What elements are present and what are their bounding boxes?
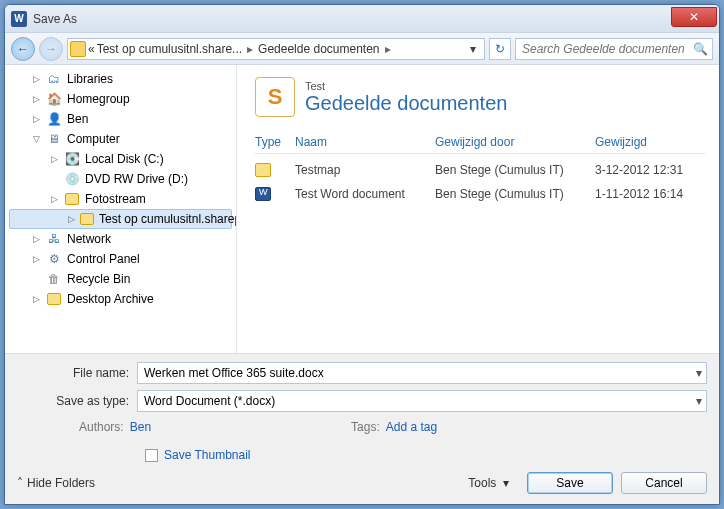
col-gew[interactable]: Gewijzigd [595, 135, 705, 149]
column-headers[interactable]: Type Naam Gewijzigd door Gewijzigd [255, 135, 705, 154]
content-header: S Test Gedeelde documenten [255, 77, 705, 117]
breadcrumb-seg2[interactable]: Gedeelde documenten [258, 42, 379, 56]
col-type[interactable]: Type [255, 135, 295, 149]
filename-row: File name: Werken met Office 365 suite.d… [17, 362, 707, 384]
filename-input[interactable]: Werken met Office 365 suite.docx ▾ [137, 362, 707, 384]
chevron-down-icon[interactable]: ▾ [696, 394, 702, 408]
breadcrumb-seg1[interactable]: Test op cumulusitnl.share... [97, 42, 242, 56]
tools-menu[interactable]: Tools ▾ [468, 476, 509, 490]
tags-value[interactable]: Add a tag [386, 420, 437, 434]
folder-icon [64, 191, 80, 207]
save-as-dialog: W Save As ✕ ← → « Test op cumulusitnl.sh… [4, 4, 720, 505]
action-row: ˄ Hide Folders Tools ▾ Save Cancel [17, 472, 707, 494]
dialog-body: ▷🗂Libraries ▷🏠Homegroup ▷👤Ben ▽🖥Computer… [5, 65, 719, 353]
libraries-icon: 🗂 [46, 71, 62, 87]
row-date: 3-12-2012 12:31 [595, 163, 705, 177]
chevron-up-icon: ˄ [17, 476, 23, 490]
word-app-icon: W [11, 11, 27, 27]
content-title: Gedeelde documenten [305, 92, 507, 115]
folder-icon [46, 291, 62, 307]
folder-icon [70, 41, 86, 57]
user-icon: 👤 [46, 111, 62, 127]
folder-tree[interactable]: ▷🗂Libraries ▷🏠Homegroup ▷👤Ben ▽🖥Computer… [5, 65, 237, 353]
metadata-row: Authors:Ben Tags:Add a tag [17, 420, 707, 434]
save-thumbnail-label[interactable]: Save Thumbnail [164, 448, 251, 462]
computer-icon: 🖥 [46, 131, 62, 147]
homegroup-icon: 🏠 [46, 91, 62, 107]
cancel-button[interactable]: Cancel [621, 472, 707, 494]
tree-local-c[interactable]: ▷💽Local Disk (C:) [5, 149, 236, 169]
recycle-bin-icon: 🗑 [46, 271, 62, 287]
filename-label: File name: [17, 366, 137, 380]
disk-icon: 💽 [64, 151, 80, 167]
tree-recycle[interactable]: 🗑Recycle Bin [5, 269, 236, 289]
search-box[interactable]: 🔍 [515, 38, 713, 60]
sharepoint-icon: S [255, 77, 295, 117]
row-author: Ben Stege (Cumulus IT) [435, 163, 595, 177]
file-row[interactable]: Testmap Ben Stege (Cumulus IT) 3-12-2012… [255, 158, 705, 182]
chevron-right-icon[interactable]: ▸ [244, 42, 256, 56]
savetype-select[interactable]: Word Document (*.docx) ▾ [137, 390, 707, 412]
tree-ben[interactable]: ▷👤Ben [5, 109, 236, 129]
row-name: Testmap [295, 163, 435, 177]
authors-label: Authors: [79, 420, 124, 434]
save-thumbnail-checkbox[interactable] [145, 449, 158, 462]
dvd-icon: 💿 [64, 171, 80, 187]
refresh-button[interactable]: ↻ [489, 38, 511, 60]
window-title: Save As [33, 12, 671, 26]
file-row[interactable]: Test Word document Ben Stege (Cumulus IT… [255, 182, 705, 206]
control-panel-icon: ⚙ [46, 251, 62, 267]
row-name: Test Word document [295, 187, 435, 201]
tree-dvd[interactable]: 💿DVD RW Drive (D:) [5, 169, 236, 189]
col-door[interactable]: Gewijzigd door [435, 135, 595, 149]
chevron-right-icon[interactable]: ▸ [382, 42, 394, 56]
row-date: 1-11-2012 16:14 [595, 187, 705, 201]
tree-desktop-archive[interactable]: ▷Desktop Archive [5, 289, 236, 309]
content-pretitle: Test [305, 80, 507, 92]
word-doc-icon [255, 187, 271, 201]
savetype-label: Save as type: [17, 394, 137, 408]
tree-network[interactable]: ▷🖧Network [5, 229, 236, 249]
title-bar: W Save As ✕ [5, 5, 719, 33]
bottom-panel: File name: Werken met Office 365 suite.d… [5, 353, 719, 504]
search-input[interactable] [520, 41, 693, 57]
search-icon[interactable]: 🔍 [693, 42, 708, 56]
savetype-row: Save as type: Word Document (*.docx) ▾ [17, 390, 707, 412]
folder-icon [255, 163, 271, 177]
tree-libraries[interactable]: ▷🗂Libraries [5, 69, 236, 89]
network-icon: 🖧 [46, 231, 62, 247]
back-button[interactable]: ← [11, 37, 35, 61]
chevron-down-icon: ▾ [503, 476, 509, 490]
tree-homegroup[interactable]: ▷🏠Homegroup [5, 89, 236, 109]
breadcrumb-dropdown[interactable]: ▾ [464, 42, 482, 56]
breadcrumb-prefix: « [88, 42, 95, 56]
col-naam[interactable]: Naam [295, 135, 435, 149]
thumbnail-row: Save Thumbnail [17, 448, 707, 462]
folder-icon [80, 211, 94, 227]
tree-fotostream[interactable]: ▷Fotostream [5, 189, 236, 209]
tree-computer[interactable]: ▽🖥Computer [5, 129, 236, 149]
breadcrumb[interactable]: « Test op cumulusitnl.share... ▸ Gedeeld… [67, 38, 485, 60]
row-author: Ben Stege (Cumulus IT) [435, 187, 595, 201]
authors-value[interactable]: Ben [130, 420, 151, 434]
tags-label: Tags: [351, 420, 380, 434]
forward-button[interactable]: → [39, 37, 63, 61]
tree-control-panel[interactable]: ▷⚙Control Panel [5, 249, 236, 269]
chevron-down-icon[interactable]: ▾ [696, 366, 702, 380]
content-pane: S Test Gedeelde documenten Type Naam Gew… [237, 65, 719, 353]
hide-folders-button[interactable]: ˄ Hide Folders [17, 476, 95, 490]
tree-sharepoint-selected[interactable]: ▷Test op cumulusitnl.sharepoint [9, 209, 232, 229]
close-button[interactable]: ✕ [671, 7, 717, 27]
save-button[interactable]: Save [527, 472, 613, 494]
address-bar: ← → « Test op cumulusitnl.share... ▸ Ged… [5, 33, 719, 65]
